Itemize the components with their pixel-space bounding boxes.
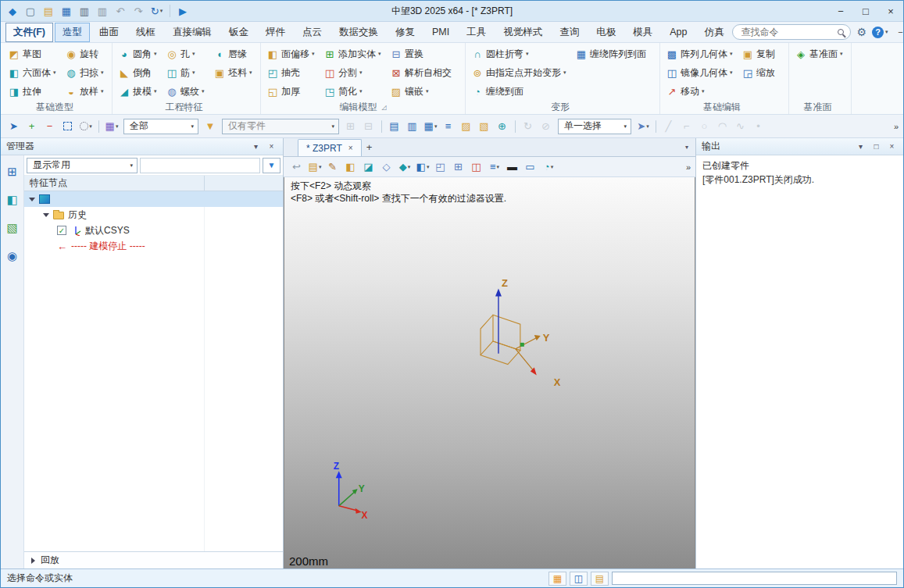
tree-filter-select[interactable]: 显示常用 ▾ — [27, 158, 138, 173]
background-icon[interactable]: ▬ — [504, 159, 521, 176]
tree-csys-node[interactable]: ✓ 默认CSYS — [24, 223, 283, 238]
open-template-icon[interactable]: ▤ — [41, 3, 57, 19]
close-button[interactable]: × — [878, 1, 903, 21]
gear-icon[interactable]: ⚙ — [856, 26, 866, 38]
wireframe-display-icon[interactable]: ◇ — [378, 159, 395, 176]
divide-button[interactable]: ◫ 分割 ▾ — [321, 65, 386, 81]
circle-tool-icon[interactable]: ○ — [696, 118, 713, 135]
wrap-pattern-to-face-button[interactable]: ▦ 缠绕阵列到面 — [573, 46, 656, 62]
manager-close-icon[interactable]: × — [266, 141, 277, 152]
save-icon[interactable]: ▦ — [59, 3, 75, 19]
graphics-viewport[interactable]: 按下<F2> 动态观察<F8> 或者<Shift-roll> 查找下一个有效的过… — [284, 177, 695, 568]
separator[interactable] — [515, 120, 516, 133]
minimize-button[interactable]: − — [828, 1, 853, 21]
box-button[interactable]: ◧ 六面体 ▾ — [5, 65, 61, 81]
tab-weldment[interactable]: 焊件 — [258, 23, 293, 42]
lip-button[interactable]: ◖ 唇缘 — [211, 46, 257, 62]
tab-tools[interactable]: 工具 — [459, 23, 494, 42]
tree-search-input[interactable] — [140, 158, 260, 173]
separator[interactable] — [656, 120, 656, 133]
wrap-to-face-button[interactable]: ◔ 缠绕到面 — [469, 84, 571, 100]
point-tool-icon[interactable]: • — [750, 118, 767, 135]
view-orientation-icon[interactable]: ◧ ▾ — [414, 159, 431, 176]
pick-circle-icon[interactable]: ▾ — [77, 118, 95, 135]
app-logo-icon[interactable]: ◆ — [5, 3, 21, 19]
tab-visual-style[interactable]: 视觉样式 — [495, 23, 550, 42]
thicken-button[interactable]: ◱ 加厚 — [264, 84, 320, 100]
datum-plane-button[interactable]: ◈ 基准面 ▾ — [792, 46, 848, 62]
pattern-geometry-button[interactable]: ▩ 阵列几何体 ▾ — [663, 46, 738, 62]
sort-list-icon[interactable]: ≡ — [440, 118, 457, 135]
polyline-tool-icon[interactable]: ⌐ — [678, 118, 695, 135]
help-menu[interactable]: ? ▾ — [872, 27, 888, 38]
simplify-button[interactable]: ◳ 简化 ▾ — [321, 84, 386, 100]
section-view-icon[interactable]: ◫ — [468, 159, 485, 176]
spline-tool-icon[interactable]: ∿ — [732, 118, 749, 135]
csys-checkbox[interactable]: ✓ — [57, 226, 66, 235]
separator[interactable] — [170, 5, 170, 17]
doc-minimize-button[interactable]: − — [894, 26, 904, 38]
thread-button[interactable]: ◍ 螺纹 ▾ — [163, 84, 209, 100]
extrude-button[interactable]: ◨ 拉伸 — [5, 84, 61, 100]
print-icon[interactable]: ▥ — [77, 3, 93, 19]
loft-button[interactable]: ◒ 放样 ▾ — [63, 84, 109, 100]
refresh-display-icon[interactable]: ↻ — [520, 118, 537, 135]
tab-electrode[interactable]: 电极 — [588, 23, 624, 42]
feature-node-header[interactable]: 特征节点 — [24, 176, 283, 191]
tab-shape[interactable]: 造型 — [55, 23, 90, 42]
tab-direct-edit[interactable]: 直接编辑 — [165, 23, 220, 42]
redo-icon[interactable]: ↷ — [130, 3, 147, 19]
manager-icon[interactable]: ⊞ — [7, 165, 17, 179]
entity-filter-funnel-icon[interactable]: ▼ — [202, 118, 219, 135]
tab-pmi[interactable]: PMI — [424, 23, 457, 41]
undo-icon[interactable]: ↶ — [113, 3, 129, 19]
shell-button[interactable]: ◰ 抽壳 — [264, 65, 320, 81]
align-list-icon[interactable]: ▤ — [386, 118, 403, 135]
list-toggle-icon[interactable]: ▤ — [591, 572, 609, 586]
sketch-pen-icon[interactable]: ✎ — [324, 159, 341, 176]
document-tab[interactable]: * Z3PRT × — [298, 139, 362, 156]
tree-root-node[interactable] — [24, 191, 283, 207]
align-columns-icon[interactable]: ▥ — [404, 118, 421, 135]
replace-button[interactable]: ⊟ 置换 — [388, 46, 462, 62]
environment-icon[interactable]: ◔ ▾ — [540, 159, 557, 176]
stock-button[interactable]: ▣ 坯料 ▾ — [211, 65, 257, 81]
tab-app[interactable]: App — [662, 23, 695, 41]
section-off-icon[interactable]: ⊘ — [538, 118, 555, 135]
filter-clear-icon[interactable]: ⊟ — [360, 118, 377, 135]
tab-repair[interactable]: 修复 — [388, 23, 423, 42]
entity-filter-select[interactable]: 仅有零件 ▾ — [222, 119, 339, 134]
inlay-button[interactable]: ▨ 镶嵌 ▾ — [388, 84, 462, 100]
replay-bar[interactable]: 回放 — [24, 551, 283, 568]
view-list-icon[interactable]: ▦ ▾ — [422, 118, 439, 135]
table-toggle-icon[interactable]: ▦ — [548, 572, 566, 586]
rib-button[interactable]: ◫ 筋 ▾ — [163, 65, 209, 81]
arc-tool-icon[interactable]: ◠ — [714, 118, 731, 135]
pick-filter-icon[interactable]: ➤ ▾ — [634, 118, 652, 135]
expander-icon[interactable] — [43, 213, 49, 217]
chamfer-button[interactable]: ◣ 倒角 — [116, 65, 162, 81]
output-close-icon[interactable]: × — [886, 141, 898, 152]
revolve-button[interactable]: ◉ 旋转 — [63, 46, 109, 62]
toolbar-overflow-icon[interactable]: » — [894, 122, 899, 131]
tab-mold[interactable]: 模具 — [625, 23, 660, 42]
copy-button[interactable]: ▣ 复制 — [739, 46, 785, 62]
viewport-border-icon[interactable]: ▭ — [522, 159, 539, 176]
deform-from-point-button[interactable]: ⊚ 由指定点开始变形 ▾ — [469, 65, 571, 81]
hole-button[interactable]: ◎ 孔 ▾ — [163, 46, 209, 62]
visual-manager-icon[interactable]: ◧ — [6, 193, 17, 207]
tab-data-exchange[interactable]: 数据交换 — [331, 23, 386, 42]
tab-close-icon[interactable]: × — [348, 144, 353, 152]
mirror-geometry-button[interactable]: ◫ 镜像几何体 ▾ — [663, 65, 738, 81]
back-icon[interactable]: ↩ — [288, 159, 306, 176]
tab-sheet-metal[interactable]: 钣金 — [221, 23, 256, 42]
display-filter-select[interactable]: 全部 ▾ — [123, 119, 198, 134]
tree-history-node[interactable]: 历史 — [24, 207, 283, 223]
tab-surface[interactable]: 曲面 — [91, 23, 127, 42]
cylindrical-bend-button[interactable]: ∩ 圆柱折弯 ▾ — [469, 46, 571, 62]
tab-simulation[interactable]: 仿真 — [696, 23, 731, 42]
scale-button[interactable]: ◲ 缩放 — [739, 65, 785, 81]
image-manager-icon[interactable]: ▧ — [6, 221, 17, 235]
separator[interactable] — [98, 120, 99, 133]
tab-list-icon[interactable]: ▾ — [678, 144, 695, 151]
